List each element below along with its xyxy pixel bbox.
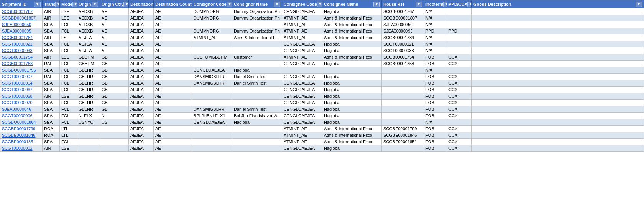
cell-consignorName: Dummy Organization Ph: [232, 15, 282, 21]
cell-shipmentId[interactable]: SCGBE00001846: [0, 132, 43, 139]
cell-shipmentId[interactable]: SCGT00000006: [0, 113, 43, 119]
cell-houseRef: [382, 145, 424, 152]
cell-shipmentId[interactable]: SCGT00000070: [0, 100, 43, 106]
cell-trans: AIR: [43, 93, 60, 100]
cell-houseRef: SJEA00000095: [382, 28, 424, 34]
cell-houseRef: SCGBE00001851: [382, 139, 424, 145]
cell-origin: AEDXB: [77, 8, 100, 15]
filter-button-origin[interactable]: ▼: [92, 2, 98, 7]
column-header-goodsDesc[interactable]: Goods Description▼: [472, 0, 644, 8]
cell-mode: FCL: [60, 21, 77, 28]
cell-consignorCode: DUMMYORG: [192, 8, 232, 15]
filter-button-originCtry[interactable]: ▼: [123, 2, 128, 7]
table-row: SCGB00001754AIRLSEGBBHMGBAEJEAAECUSTOMGB…: [0, 54, 644, 61]
column-header-consigneeName[interactable]: Consignee Name▼: [322, 0, 382, 8]
filter-button-incoterm[interactable]: ▼: [443, 2, 447, 7]
cell-mode: FCL: [60, 139, 77, 145]
cell-houseRef: SCGT00000033: [382, 47, 424, 54]
filter-button-shipmentId[interactable]: ▼: [34, 2, 41, 7]
column-header-trans[interactable]: Trans▼: [43, 0, 60, 8]
column-header-mode[interactable]: Mode▼: [60, 0, 77, 8]
cell-ppdCcx: CCX: [447, 74, 472, 80]
column-header-houseRef[interactable]: House Ref▼: [382, 0, 424, 8]
cell-ppdCcx: [447, 119, 472, 126]
cell-shipmentId[interactable]: SCGBE00001851: [0, 139, 43, 145]
cell-houseRef: [382, 80, 424, 87]
cell-trans: SEA: [43, 41, 60, 47]
column-label-shipmentId: Shipment ID: [2, 2, 26, 7]
cell-shipmentId[interactable]: SCGT00000068: [0, 93, 43, 100]
column-label-consignorCode: Consignor Code: [194, 2, 227, 7]
cell-ppdCcx: CCX: [447, 87, 472, 93]
column-header-originCtry[interactable]: Origin Ctry▼: [100, 0, 129, 8]
column-header-consignorName[interactable]: Consignor Name▼: [232, 0, 282, 8]
cell-shipmentId[interactable]: SCGBE00001799: [0, 126, 43, 132]
cell-shipmentId[interactable]: SJEA00000050: [0, 21, 43, 28]
filter-button-consignorName[interactable]: ▼: [274, 2, 280, 7]
cell-shipmentId[interactable]: SCGT00000033: [0, 47, 43, 54]
cell-ppdCcx: [447, 67, 472, 74]
cell-shipmentId[interactable]: SCGB00001784: [0, 34, 43, 41]
cell-shipmentId[interactable]: SCGT00000002: [0, 145, 43, 152]
cell-shipmentId[interactable]: SCGT00000007: [0, 74, 43, 80]
cell-shipmentId[interactable]: SCGT00000021: [0, 41, 43, 47]
cell-consignorCode: [192, 100, 232, 106]
cell-shipmentId[interactable]: SCGB00001767: [0, 8, 43, 15]
cell-originCtry: GB: [100, 80, 129, 87]
filter-button-trans[interactable]: ▼: [55, 2, 59, 7]
cell-consignorName: [232, 139, 282, 145]
cell-consignorCode: [192, 87, 232, 93]
cell-trans: SEA: [43, 21, 60, 28]
cell-ppdCcx: CCX: [447, 93, 472, 100]
cell-originCtry: AE: [100, 15, 129, 21]
filter-button-houseRef[interactable]: ▼: [416, 2, 422, 7]
column-header-destCountry[interactable]: Destination Country▼: [154, 0, 192, 8]
cell-shipmentId[interactable]: SCGT00000067: [0, 87, 43, 93]
cell-consigneeCode: [282, 67, 322, 74]
cell-goodsDesc: [472, 132, 644, 139]
cell-consigneeName: Haglobal: [322, 100, 382, 106]
cell-destination: AEJEA: [129, 41, 154, 47]
filter-button-consignorCode[interactable]: ▼: [227, 2, 232, 7]
cell-shipmentId[interactable]: SCGT00000014: [0, 80, 43, 87]
filter-button-ppdCcx[interactable]: ▼: [467, 2, 472, 7]
filter-button-consigneeName[interactable]: ▼: [373, 2, 380, 7]
cell-trans: ROA: [43, 132, 60, 139]
cell-destCountry: AE: [154, 93, 192, 100]
cell-shipmentId[interactable]: SJEA00000095: [0, 28, 43, 34]
cell-shipmentId[interactable]: SCGB00001758: [0, 61, 43, 67]
cell-mode: FCL: [60, 80, 77, 87]
filter-button-mode[interactable]: ▼: [72, 2, 77, 7]
cell-originCtry: GB: [100, 106, 129, 113]
cell-shipmentId[interactable]: SCGBO00001804: [0, 119, 43, 126]
table-row: SJEA00000095SEAFCLAEDXBAEAEJEAAEDUMMYORG…: [0, 28, 644, 34]
column-header-origin[interactable]: Origin▼: [77, 0, 100, 8]
cell-shipmentId[interactable]: SCGBD00001807: [0, 15, 43, 21]
cell-shipmentId[interactable]: SCGBO00001796: [0, 67, 43, 74]
cell-shipmentId[interactable]: SCGB00001754: [0, 54, 43, 61]
column-header-incoterm[interactable]: Incoterm▼: [424, 0, 447, 8]
cell-shipmentId[interactable]: SJEA00000046: [0, 106, 43, 113]
cell-mode: LSE: [60, 8, 77, 15]
cell-consignorCode: ATMINT_AE: [192, 34, 232, 41]
table-row: SCGT00000070SEAFCLGBLHRGBAEJEAAECENGLOAE…: [0, 100, 644, 106]
column-header-consignorCode[interactable]: Consignor Code▼: [192, 0, 232, 8]
cell-destCountry: AE: [154, 67, 192, 74]
cell-origin: GBLHR: [77, 74, 100, 80]
cell-ppdCcx: [447, 8, 472, 15]
cell-ppdCcx: [447, 41, 472, 47]
cell-mode: LSE: [60, 54, 77, 61]
column-header-consigneeCode[interactable]: Consignee Code▼: [282, 0, 322, 8]
column-header-ppdCcx[interactable]: PPD/CCX▼: [447, 0, 472, 8]
cell-originCtry: [100, 126, 129, 132]
cell-originCtry: GB: [100, 54, 129, 61]
cell-destination: AEJEA: [129, 100, 154, 106]
cell-destCountry: AE: [154, 119, 192, 126]
cell-mode: FCL: [60, 100, 77, 106]
filter-button-consigneeCode[interactable]: ▼: [317, 2, 322, 7]
cell-consignorName: Daniel Smith Test: [232, 74, 282, 80]
column-header-shipmentId[interactable]: Shipment ID▼: [0, 0, 43, 8]
column-header-destination[interactable]: Destination▼: [129, 0, 154, 8]
cell-consigneeName: Haglobal: [322, 61, 382, 67]
filter-button-goodsDesc[interactable]: ▼: [636, 2, 642, 7]
